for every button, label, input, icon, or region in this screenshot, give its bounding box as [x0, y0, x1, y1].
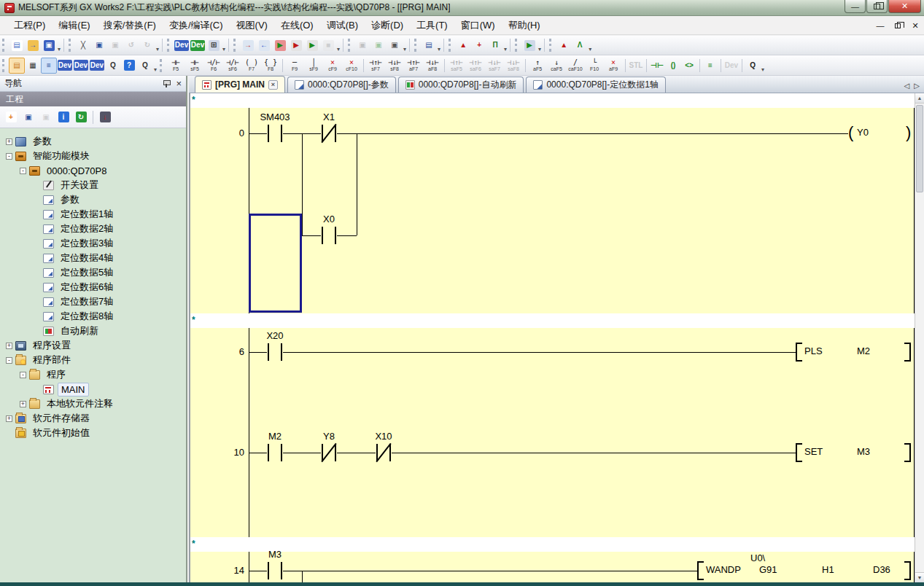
new-data-button[interactable]: + — [3, 109, 19, 125]
toolbar-overflow-chevron[interactable]: ▾ — [222, 46, 225, 55]
find-button[interactable]: Q — [137, 58, 153, 74]
menu-item-2[interactable]: 编辑(E) — [52, 17, 96, 34]
monitor-start-button[interactable]: ▶ — [304, 37, 320, 53]
tree-item-定位数据4轴[interactable]: +定位数据4轴 — [0, 251, 186, 265]
cut-button[interactable]: ╳ — [75, 37, 91, 53]
window-title-bar[interactable]: MELSOFT系列 GX Works2 F:\工程实践\PLC教材\结构化编程-… — [0, 0, 924, 16]
copy-button[interactable]: ▣ — [91, 37, 107, 53]
update-data-button[interactable]: ↻ — [73, 109, 89, 125]
paste-button[interactable]: ▣ — [107, 37, 123, 53]
rising-pulse-close-branch-button[interactable]: ⊣↑⊢saF6 — [466, 56, 485, 74]
application-instruction-button[interactable]: { }F8 — [261, 56, 280, 74]
tree-item-MAIN[interactable]: +MAIN — [0, 382, 186, 396]
device-comment-display-button[interactable]: Dev — [174, 37, 190, 53]
device-monitor-button[interactable]: Dev — [190, 37, 206, 53]
tree-expander[interactable]: + — [6, 343, 12, 349]
instruction-operand-D36[interactable]: D36 — [873, 564, 890, 575]
statement-edit-button[interactable]: ≡ — [702, 58, 718, 74]
navigation-close-icon[interactable]: × — [176, 80, 182, 87]
edit-coil-mode-button[interactable]: () — [665, 58, 681, 74]
device-registration-button[interactable]: Dev — [73, 58, 89, 74]
instruction-operand-SET[interactable]: SET — [804, 446, 823, 457]
window-cascade-button[interactable]: ▣ — [354, 37, 370, 53]
tree-item-程序[interactable]: -程序 — [0, 367, 186, 382]
read-from-plc-button[interactable]: ← — [256, 37, 272, 53]
navigation-panel-header[interactable]: 导航 × — [0, 76, 186, 92]
edit-contact-mode-button[interactable]: ⊣⊢ — [649, 58, 665, 74]
redo-button[interactable]: ↻ — [139, 37, 155, 53]
tree-item-定位数据2轴[interactable]: +定位数据2轴 — [0, 222, 186, 236]
positioning-monitor-button[interactable]: ▲ — [455, 37, 471, 53]
tree-expander[interactable]: + — [6, 415, 12, 422]
toolbar-overflow-chevron[interactable]: ▾ — [154, 66, 157, 75]
scroll-down-button[interactable]: ▼ — [915, 572, 924, 582]
tree-item-定位数据6轴[interactable]: +定位数据6轴 — [0, 280, 186, 294]
instruction-operand-WANDP[interactable]: WANDP — [706, 564, 741, 575]
navigation-window-toggle-button[interactable]: ▤ — [9, 58, 25, 74]
project-section-header[interactable]: 工程 — [0, 92, 186, 106]
menu-item-9[interactable]: 工具(T) — [410, 17, 454, 34]
tab-1[interactable]: [PRG] MAIN× — [195, 76, 285, 93]
instruction-operand-PLS[interactable]: PLS — [804, 345, 823, 356]
horizontal-line-button[interactable]: ─F9 — [285, 56, 304, 74]
maximize-button[interactable] — [866, 0, 888, 13]
write-to-plc-button[interactable]: → — [240, 37, 256, 53]
tree-item-定位数据3轴[interactable]: +定位数据3轴 — [0, 236, 186, 251]
contact-M3[interactable] — [267, 561, 283, 580]
edit-cursor[interactable] — [249, 214, 302, 313]
invert-operation-results-button[interactable]: /caF10 — [566, 56, 585, 74]
delete-horizontal-line-button[interactable]: ×cF9 — [323, 56, 342, 74]
toolbar-overflow-chevron[interactable]: ▾ — [58, 46, 61, 55]
menu-item-7[interactable]: 调试(B) — [320, 17, 365, 34]
tree-item-智能功能模块[interactable]: -智能功能模块 — [0, 149, 186, 163]
vertical-scrollbar[interactable]: ▲ ▼ — [915, 93, 924, 582]
jog-operation-button[interactable]: Π — [487, 37, 503, 53]
coil-button[interactable]: ( )F7 — [242, 56, 261, 74]
edit-inline-mode-button[interactable]: <> — [681, 58, 697, 74]
open-contact-button[interactable]: ⊣⊢F5 — [166, 56, 185, 74]
delete-vertical-line-button[interactable]: ×cF10 — [342, 56, 361, 74]
instruction-operand-H1[interactable]: H1 — [822, 564, 834, 575]
zoom-function-button[interactable]: Q — [745, 58, 761, 74]
scrollbar-thumb[interactable] — [916, 105, 923, 192]
tree-item-参数[interactable]: +参数 — [0, 134, 186, 149]
menu-item-4[interactable]: 变换/编译(C) — [163, 17, 230, 34]
scroll-up-button[interactable]: ▲ — [915, 93, 924, 103]
mdi-minimize-button[interactable]: — — [874, 20, 886, 31]
tab-scroll-right-button[interactable]: ▷ — [914, 82, 920, 90]
pulse-conversion-close-button[interactable]: ↓caF5 — [547, 56, 566, 74]
positioning-test-button[interactable]: + — [471, 37, 487, 53]
tree-item-程序设置[interactable]: +程序设置 — [0, 338, 186, 353]
toolbar-overflow-chevron[interactable]: ▾ — [504, 46, 507, 55]
menu-item-11[interactable]: 帮助(H) — [502, 17, 547, 34]
new-project-button[interactable]: ▤ — [9, 37, 25, 53]
delete-line-button[interactable]: ×aF9 — [604, 56, 623, 74]
menu-item-3[interactable]: 搜索/替换(F) — [97, 17, 163, 34]
paste-data-button[interactable]: ▣ — [38, 109, 54, 125]
help-button[interactable]: ? — [121, 58, 137, 74]
tree-expander[interactable]: - — [20, 372, 26, 378]
contact-X0[interactable] — [321, 226, 337, 245]
monitor-write-mode-button[interactable]: ▶ — [288, 37, 304, 53]
tree-item-软元件初始值[interactable]: +软元件初始值 — [0, 426, 186, 440]
falling-pulse-branch-button[interactable]: ⊣↓⊢aF8 — [423, 56, 442, 74]
tree-expander[interactable]: + — [6, 138, 12, 145]
menu-item-8[interactable]: 诊断(D) — [365, 17, 410, 34]
contact-X20[interactable] — [267, 343, 283, 362]
list-display-mode-button[interactable]: ≡ — [41, 58, 57, 74]
tree-item-定位数据8轴[interactable]: +定位数据8轴 — [0, 309, 186, 324]
contact-X1[interactable] — [321, 124, 337, 143]
tree-expander[interactable]: - — [6, 357, 12, 364]
pc-connection-button[interactable]: ▤ — [421, 37, 437, 53]
pin-icon[interactable] — [163, 79, 170, 88]
cross-reference-button[interactable]: Q — [105, 58, 121, 74]
module-test-run-button[interactable]: ▶ — [521, 37, 537, 53]
toolbar-overflow-chevron[interactable]: ▾ — [761, 66, 764, 75]
monitor-stop-button[interactable]: ■ — [320, 37, 336, 53]
tree-item-本地软元件注释[interactable]: +本地软元件注释 — [0, 396, 186, 411]
falling-pulse-close-button[interactable]: ⊣↓⊢saF7 — [485, 56, 504, 74]
mdi-close-button[interactable]: ✕ — [909, 20, 921, 31]
mdi-restore-button[interactable] — [892, 20, 904, 31]
contact-Y8[interactable] — [321, 443, 337, 462]
tab-3[interactable]: 0000:QD70P8[]-自动刷新 — [398, 77, 524, 93]
